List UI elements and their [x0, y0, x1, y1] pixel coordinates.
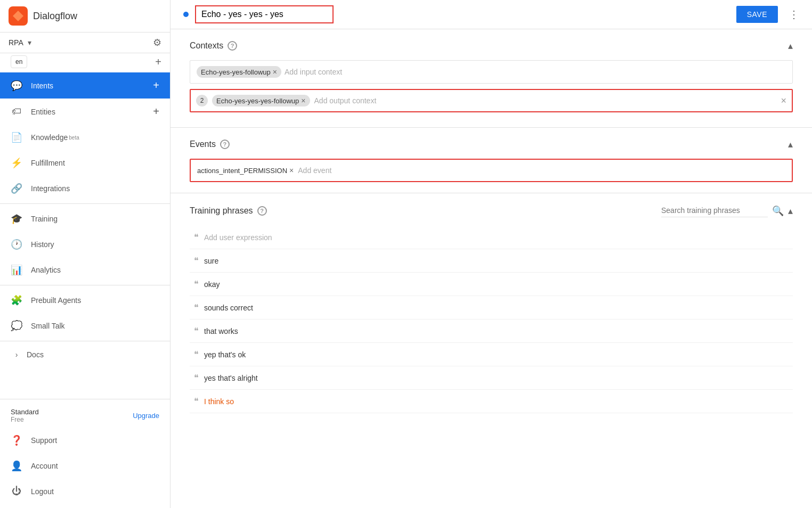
intent-active-dot	[183, 12, 189, 17]
training-phrases-title: Training phrases	[190, 206, 253, 216]
events-collapse-icon[interactable]: ▴	[788, 138, 793, 150]
sidebar-bottom: Standard Free Upgrade ❓ Support 👤 Accoun…	[0, 399, 170, 508]
sidebar-item-knowledge[interactable]: 📄 Knowledge beta	[0, 125, 170, 150]
sidebar-item-label: Analytics	[31, 266, 61, 274]
sidebar-item-label: Integrations	[31, 184, 70, 193]
sidebar-item-label: Entities	[31, 108, 55, 116]
output-chip-text: Echo-yes-yes-yes-followup	[216, 97, 299, 105]
agent-dropdown-icon[interactable]: ▾	[28, 38, 31, 47]
phrase-row[interactable]: ❝yep that's ok	[190, 343, 793, 366]
integrations-icon: 🔗	[11, 183, 22, 194]
sidebar-item-label: History	[31, 240, 54, 249]
nav-divider-1	[0, 203, 170, 204]
contexts-help-icon[interactable]: ?	[228, 41, 237, 51]
training-phrases-section: Training phrases ? 🔍 ▴ ❝ Add user expres…	[170, 193, 812, 424]
plan-name: Standard	[11, 408, 39, 416]
add-input-context-text[interactable]: Add input context	[285, 68, 342, 76]
input-context-row[interactable]: Echo-yes-yes-followup × Add input contex…	[190, 60, 793, 84]
event-row[interactable]: actions_intent_PERMISSION × Add event	[190, 159, 793, 182]
sidebar-item-docs[interactable]: › Docs	[0, 343, 170, 366]
logout-icon: ⏻	[11, 486, 22, 497]
add-expression-text: Add user expression	[204, 233, 272, 242]
phrase-row[interactable]: ❝yes that's alright	[190, 366, 793, 390]
search-phrases-input[interactable]	[661, 204, 768, 217]
sidebar-item-label: Support	[31, 436, 57, 445]
phrase-text: sure	[204, 257, 218, 265]
sidebar-item-entities[interactable]: 🏷 Entities +	[0, 99, 170, 125]
search-row: 🔍 ▴	[661, 204, 793, 217]
intent-name-input[interactable]	[195, 5, 334, 23]
phrase-row[interactable]: ❝sure	[190, 249, 793, 273]
sidebar-item-logout[interactable]: ⏻ Logout	[0, 479, 170, 504]
output-chip-close-icon[interactable]: ×	[301, 96, 305, 105]
training-phrases-help-icon[interactable]: ?	[257, 206, 267, 216]
sidebar-item-prebuilt[interactable]: 🧩 Prebuilt Agents	[0, 288, 170, 313]
sidebar: Dialogflow RPA ▾ ⚙ en + 💬 Intents + 🏷 En…	[0, 0, 170, 508]
add-output-context-text[interactable]: Add output context	[314, 96, 777, 105]
lang-badge[interactable]: en	[11, 55, 27, 68]
gear-icon[interactable]: ⚙	[153, 37, 161, 48]
sidebar-item-history[interactable]: 🕐 History	[0, 232, 170, 257]
phrase-row[interactable]: ❝sounds correct	[190, 296, 793, 319]
sidebar-item-label: Knowledge	[31, 133, 68, 142]
sidebar-item-label: Training	[31, 215, 58, 223]
events-section: Events ? ▴ actions_intent_PERMISSION × A…	[170, 128, 812, 193]
add-expression-row[interactable]: ❝ Add user expression	[190, 226, 793, 249]
smalltalk-icon: 💭	[11, 320, 22, 332]
plan-sub: Free	[11, 416, 39, 423]
sidebar-item-label: Docs	[27, 350, 44, 359]
input-chip-text: Echo-yes-yes-followup	[201, 68, 271, 76]
search-icon[interactable]: 🔍	[772, 205, 784, 217]
nav-divider-2	[0, 285, 170, 285]
event-chip-text: actions_intent_PERMISSION	[197, 167, 287, 175]
contexts-section: Contexts ? ▴ Echo-yes-yes-followup × Add…	[170, 29, 812, 128]
training-collapse-icon[interactable]: ▴	[788, 205, 793, 217]
sidebar-item-account[interactable]: 👤 Account	[0, 453, 170, 479]
sidebar-nav: 💬 Intents + 🏷 Entities + 📄 Knowledge bet…	[0, 72, 170, 399]
add-event-text[interactable]: Add event	[298, 166, 331, 175]
docs-expand-icon: ›	[11, 350, 22, 359]
phrase-text: okay	[204, 280, 220, 289]
phrase-row[interactable]: ❝okay	[190, 273, 793, 296]
sidebar-item-integrations[interactable]: 🔗 Integrations	[0, 176, 170, 201]
phrase-text: that works	[204, 327, 238, 335]
plan-row: Standard Free Upgrade	[0, 404, 170, 428]
more-options-icon[interactable]: ⋮	[789, 8, 799, 21]
sidebar-header: Dialogflow	[0, 0, 170, 32]
events-title-group: Events ?	[190, 140, 230, 149]
sidebar-item-support[interactable]: ❓ Support	[0, 428, 170, 453]
support-icon: ❓	[11, 435, 22, 446]
sidebar-item-intents[interactable]: 💬 Intents +	[0, 72, 170, 99]
phrase-text: sounds correct	[204, 304, 253, 312]
events-help-icon[interactable]: ?	[220, 140, 230, 149]
add-lang-icon[interactable]: +	[155, 56, 161, 68]
sidebar-item-analytics[interactable]: 📊 Analytics	[0, 257, 170, 283]
quote-icon: ❝	[194, 302, 199, 313]
intents-plus-icon[interactable]: +	[153, 79, 159, 92]
main-scrollable: Contexts ? ▴ Echo-yes-yes-followup × Add…	[170, 29, 812, 508]
sidebar-item-smalltalk[interactable]: 💭 Small Talk	[0, 313, 170, 339]
quote-icon: ❝	[194, 326, 199, 336]
event-chip: actions_intent_PERMISSION ×	[197, 166, 294, 175]
knowledge-icon: 📄	[11, 132, 22, 143]
event-chip-close-icon[interactable]: ×	[289, 166, 294, 175]
phrase-row[interactable]: ❝I think so	[190, 390, 793, 413]
sidebar-item-fulfillment[interactable]: ⚡ Fulfillment	[0, 150, 170, 176]
lang-code: en	[15, 58, 22, 65]
quote-icon: ❝	[194, 256, 199, 266]
delete-output-context-icon[interactable]: ×	[781, 95, 786, 106]
quote-icon-add: ❝	[194, 232, 199, 242]
output-context-chip: Echo-yes-yes-yes-followup ×	[212, 95, 310, 106]
output-context-row[interactable]: 2 Echo-yes-yes-yes-followup × Add output…	[190, 89, 793, 112]
save-button[interactable]: SAVE	[736, 6, 778, 23]
sidebar-item-training[interactable]: 🎓 Training	[0, 206, 170, 232]
training-phrases-header: Training phrases ? 🔍 ▴	[190, 204, 793, 217]
upgrade-link[interactable]: Upgrade	[133, 412, 159, 420]
input-chip-close-icon[interactable]: ×	[273, 68, 277, 76]
training-icon: 🎓	[11, 213, 22, 225]
contexts-collapse-icon[interactable]: ▴	[788, 40, 793, 52]
lang-row: en +	[0, 53, 170, 72]
entities-plus-icon[interactable]: +	[153, 105, 159, 118]
phrase-row[interactable]: ❝that works	[190, 319, 793, 343]
sidebar-item-label: Prebuilt Agents	[31, 296, 81, 305]
